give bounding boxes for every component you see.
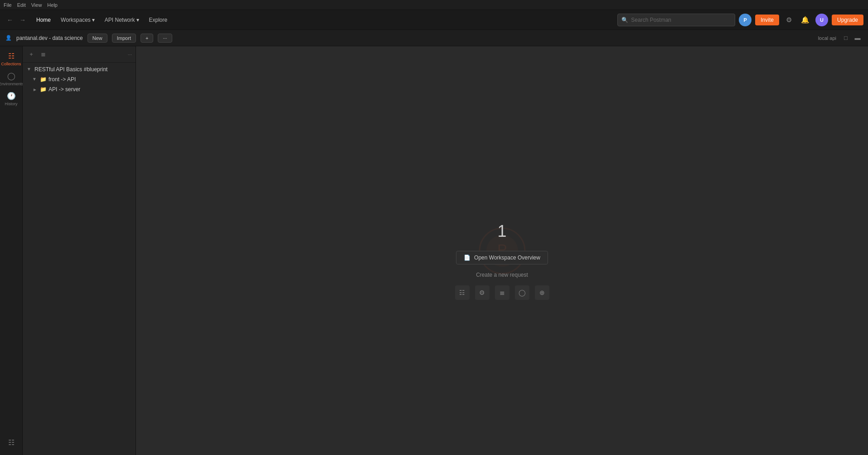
folder-front-api-name: front -> API [48,76,76,83]
forward-button[interactable]: → [17,15,28,25]
tab-collapse-button[interactable]: ▬ [853,33,863,43]
sidebar-item-runner[interactable]: ☷ [2,433,20,451]
open-workspace-label: Open Workspace Overview [474,254,540,261]
panel-add-button[interactable]: + [26,49,36,59]
environments-icon: ◯ [7,72,15,80]
nav-links: Home Workspaces ▾ API Network ▾ Explore [32,15,614,25]
invite-button[interactable]: Invite [755,15,779,25]
history-label: History [5,102,17,106]
notification-icon-button[interactable]: 🔔 [799,14,812,26]
search-placeholder: Search Postman [631,17,671,23]
toolbar: ← → Home Workspaces ▾ API Network ▾ Expl… [0,10,868,30]
back-button[interactable]: ← [5,15,15,25]
request-type-add-icon[interactable]: ⊕ [535,285,549,300]
menu-file[interactable]: File [4,2,12,8]
menu-help[interactable]: Help [47,2,58,8]
sidebar-item-environments[interactable]: ◯ Environments [2,70,20,88]
request-type-settings-icon[interactable]: ⚙ [475,285,490,300]
api-network-chevron-icon: ▾ [136,17,139,23]
search-icon: 🔍 [621,17,628,23]
toolbar-right: P Invite ⚙ 🔔 U Upgrade [739,14,863,26]
center-widget: 📄 Open Workspace Overview Create a new r… [455,224,549,300]
collections-label: Collections [1,62,21,66]
collections-icon: ☷ [8,52,15,60]
explore-link[interactable]: Explore [145,15,172,25]
environments-label: Environments [0,82,24,86]
main-content: P 1 📄 Open Workspace Overview Create a n… [136,46,868,455]
workspaces-link[interactable]: Workspaces ▾ [56,15,99,25]
profile-avatar[interactable]: U [815,14,828,26]
request-type-env-icon[interactable]: ◯ [515,285,529,300]
folder-api-server-chevron-icon: ► [32,86,38,93]
folder-api-server-name: API -> server [48,86,80,93]
menu-view[interactable]: View [31,2,42,8]
collection-item[interactable]: ► RESTful API Basics #blueprint [23,64,136,74]
new-button[interactable]: New [87,34,107,43]
folder-front-api-folder-icon: 📁 [40,76,47,83]
api-network-link[interactable]: API Network ▾ [100,15,144,25]
panel-list-button[interactable]: ≣ [38,49,48,59]
more-button[interactable]: ··· [158,34,172,43]
settings-icon-button[interactable]: ⚙ [783,14,795,26]
menu-edit[interactable]: Edit [17,2,26,8]
main-layout: ☷ Collections ◯ Environments 🕐 History ☷… [0,46,868,455]
local-api-badge: local api [818,35,836,41]
import-button[interactable]: Import [112,34,136,43]
left-sidebar: ☷ Collections ◯ Environments 🕐 History ☷ [0,46,23,455]
panel-content: ► RESTful API Basics #blueprint ► 📁 fron… [23,63,136,455]
request-type-icons: ☷ ⚙ ≣ ◯ ⊕ [455,285,549,300]
nav-controls: ← → [5,15,28,25]
folder-front-api-item[interactable]: ► 📁 front -> API [23,74,136,84]
request-type-get-icon[interactable]: ☷ [455,285,470,300]
sidebar-bottom: ☷ [2,433,20,451]
tab-expand-button[interactable]: □ [841,33,851,43]
search-bar[interactable]: 🔍 Search Postman [617,14,735,26]
workspace-bar: 👤 pantanal.dev - data science New Import… [0,30,868,46]
user-avatar[interactable]: P [739,14,752,26]
folder-api-server-folder-icon: 📁 [40,86,47,93]
collection-name: RESTful API Basics #blueprint [34,66,107,73]
create-request-label: Create a new request [476,272,528,278]
upgrade-button[interactable]: Upgrade [832,15,863,25]
collection-chevron-icon: ► [26,66,33,73]
collections-panel: + ≣ ··· ► RESTful API Basics #blueprint … [23,46,136,455]
panel-toolbar: + ≣ ··· [23,46,136,63]
request-type-filter-icon[interactable]: ≣ [495,285,509,300]
menu-bar: File Edit View Help [0,0,868,10]
panel-more-button[interactable]: ··· [128,52,132,57]
history-icon: 🕐 [7,92,16,100]
folder-front-api-chevron-icon: ► [32,76,38,83]
add-button[interactable]: + [141,34,153,43]
folder-api-server-item[interactable]: ► 📁 API -> server [23,84,136,94]
workspace-name: pantanal.dev - data science [16,35,83,41]
home-link[interactable]: Home [32,15,55,25]
open-workspace-button[interactable]: 📄 Open Workspace Overview [456,251,548,264]
workspace-icon: 👤 [5,35,12,41]
tab-controls: □ ▬ [841,33,863,43]
sidebar-item-history[interactable]: 🕐 History [2,90,20,108]
sidebar-item-collections[interactable]: ☷ Collections [2,50,20,68]
runner-icon: ☷ [8,438,15,447]
open-workspace-icon: 📄 [464,254,470,261]
workspaces-chevron-icon: ▾ [92,17,95,23]
